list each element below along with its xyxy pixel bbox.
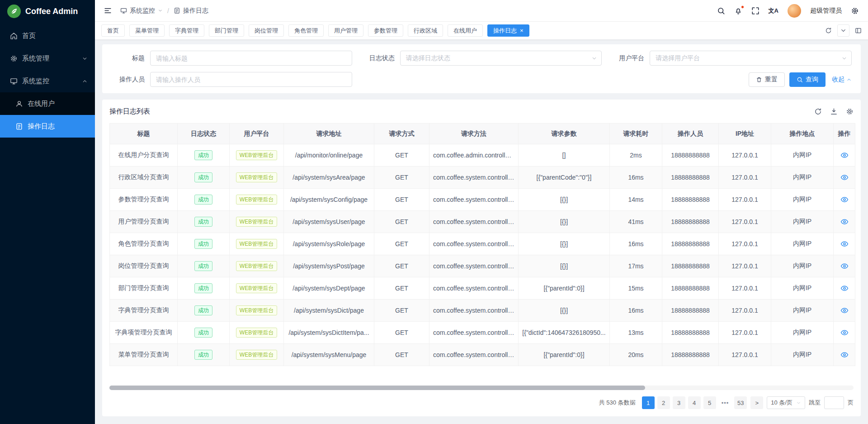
- tab[interactable]: 参数管理: [368, 24, 403, 37]
- sidebar: Coffee Admin 首页 系统管理 系统监控 在线用户: [0, 0, 95, 424]
- tab[interactable]: 岗位管理: [249, 24, 284, 37]
- collapse-sidebar-icon[interactable]: [100, 4, 115, 18]
- cell-ip-address: 127.0.0.1: [719, 144, 771, 167]
- operator-input[interactable]: [150, 72, 352, 87]
- breadcrumb-text: 系统监控: [130, 7, 155, 15]
- page-button[interactable]: 53: [734, 396, 747, 409]
- table-row: 岗位管理分页查询 成功 WEB管理后台 /api/system/sysPost/…: [110, 255, 855, 277]
- tab[interactable]: 角色管理: [288, 24, 324, 37]
- log-status-label: 日志状态: [352, 54, 400, 62]
- tab[interactable]: 部门管理: [209, 24, 244, 37]
- cell-ip-address: 127.0.0.1: [719, 189, 771, 211]
- reset-button[interactable]: 重置: [749, 72, 785, 87]
- platform-badge: WEB管理后台: [236, 261, 277, 271]
- page-button[interactable]: 3: [673, 396, 685, 409]
- sidebar-item-online-users[interactable]: 在线用户: [0, 92, 95, 115]
- tab-label: 部门管理: [215, 27, 238, 35]
- cell-title: 岗位管理分页查询: [110, 255, 178, 277]
- tab-options-chevron[interactable]: [837, 24, 849, 37]
- title-input[interactable]: [150, 51, 352, 66]
- trash-icon: [756, 76, 762, 83]
- settings-gear-icon[interactable]: [851, 7, 859, 15]
- view-detail-icon[interactable]: [840, 351, 849, 359]
- column-settings-icon[interactable]: [846, 108, 854, 115]
- tab[interactable]: 用户管理: [328, 24, 363, 37]
- page-button[interactable]: •••: [719, 396, 732, 409]
- sidebar-submenu-monitor: 在线用户 操作日志: [0, 92, 95, 138]
- view-detail-icon[interactable]: [840, 329, 849, 337]
- status-badge: 成功: [194, 239, 212, 249]
- sidebar-item-system-management[interactable]: 系统管理: [0, 47, 95, 70]
- tab-label: 菜单管理: [135, 27, 159, 35]
- cell-user-platform: WEB管理后台: [230, 277, 284, 300]
- tab[interactable]: 操作日志 ×: [487, 24, 529, 37]
- sidebar-item-home[interactable]: 首页: [0, 24, 95, 47]
- platform-badge: WEB管理后台: [236, 195, 277, 205]
- cell-request-params: [{}]: [519, 211, 610, 233]
- view-detail-icon[interactable]: [840, 262, 849, 270]
- table-row: 参数管理分页查询 成功 WEB管理后台 /api/system/sysConfi…: [110, 189, 855, 211]
- export-icon[interactable]: [830, 108, 838, 115]
- sidebar-item-operation-log[interactable]: 操作日志: [0, 115, 95, 138]
- cell-action: [834, 277, 855, 300]
- notification-bell-icon[interactable]: [734, 7, 742, 15]
- notification-dot: [741, 5, 744, 9]
- cell-log-status: 成功: [178, 144, 230, 167]
- cell-location: 内网IP: [771, 300, 834, 322]
- refresh-tabs-icon[interactable]: [825, 27, 832, 34]
- filter-actions: 重置 查询 收起: [352, 72, 852, 87]
- layout-settings-icon[interactable]: [855, 27, 862, 34]
- cell-ip-address: 127.0.0.1: [719, 300, 771, 322]
- cell-log-status: 成功: [178, 211, 230, 233]
- tab-close-icon[interactable]: ×: [520, 28, 524, 33]
- view-detail-icon[interactable]: [840, 173, 849, 181]
- next-page-button[interactable]: >: [750, 396, 763, 409]
- translate-icon[interactable]: 文A: [769, 7, 778, 15]
- top-header: 系统监控 / 操作日志 文A 超级管理员: [95, 0, 868, 22]
- cell-request-time: 16ms: [610, 300, 662, 322]
- breadcrumb-item-system-monitor[interactable]: 系统监控: [120, 7, 163, 15]
- cell-location: 内网IP: [771, 211, 834, 233]
- cell-log-status: 成功: [178, 300, 230, 322]
- page-button[interactable]: 5: [703, 396, 716, 409]
- query-button[interactable]: 查询: [789, 72, 826, 87]
- cell-location: 内网IP: [771, 322, 834, 344]
- jump-page-input[interactable]: [824, 396, 844, 409]
- cell-action: [834, 144, 855, 167]
- home-icon: [10, 32, 18, 40]
- username[interactable]: 超级管理员: [810, 7, 842, 15]
- view-detail-icon[interactable]: [840, 284, 849, 292]
- page-button[interactable]: 4: [688, 396, 701, 409]
- fullscreen-icon[interactable]: [751, 7, 760, 15]
- cell-request-time: 16ms: [610, 233, 662, 255]
- search-icon[interactable]: [717, 7, 725, 15]
- cell-request-function: com.coffee.system.controlle...: [429, 322, 519, 344]
- cell-ip-address: 127.0.0.1: [719, 322, 771, 344]
- refresh-table-icon[interactable]: [814, 108, 822, 115]
- tab[interactable]: 菜单管理: [129, 24, 165, 37]
- view-detail-icon[interactable]: [840, 195, 849, 204]
- horizontal-scrollbar-thumb[interactable]: [109, 386, 645, 390]
- sidebar-item-system-monitor[interactable]: 系统监控: [0, 70, 95, 92]
- collapse-filter-link[interactable]: 收起: [832, 76, 852, 84]
- view-detail-icon[interactable]: [840, 151, 849, 159]
- tab[interactable]: 行政区域: [408, 24, 443, 37]
- user-platform-select[interactable]: 请选择用户平台: [650, 51, 852, 66]
- log-status-select[interactable]: 请选择日志状态: [400, 51, 602, 66]
- view-detail-icon[interactable]: [840, 218, 849, 226]
- cell-operator: 18888888888: [662, 300, 719, 322]
- chevron-down-icon: [82, 56, 88, 62]
- page-button[interactable]: 1: [642, 396, 655, 409]
- view-detail-icon[interactable]: [840, 306, 849, 314]
- cell-location: 内网IP: [771, 277, 834, 300]
- column-header: 请求方式: [374, 124, 429, 144]
- page-button[interactable]: 2: [657, 396, 670, 409]
- page-size-select[interactable]: 10 条/页: [767, 396, 805, 409]
- tab[interactable]: 在线用户: [448, 24, 483, 37]
- search-icon: [797, 76, 803, 83]
- tab[interactable]: 字典管理: [169, 24, 204, 37]
- avatar[interactable]: [788, 4, 801, 18]
- tab[interactable]: 首页: [101, 24, 125, 37]
- cell-action: [834, 233, 855, 255]
- view-detail-icon[interactable]: [840, 240, 849, 248]
